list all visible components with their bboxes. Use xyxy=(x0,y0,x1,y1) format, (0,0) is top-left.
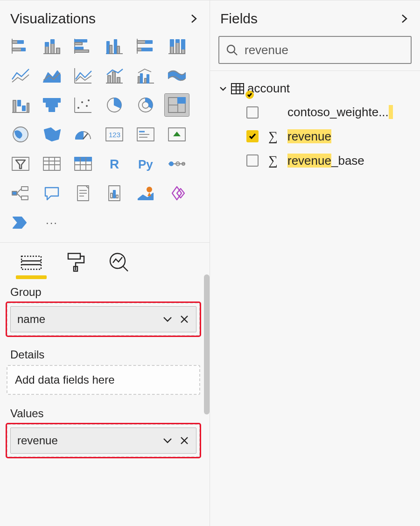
viz-key-influencers-icon[interactable] xyxy=(165,153,189,175)
svg-rect-37 xyxy=(112,72,115,83)
fields-header: Fields xyxy=(210,0,420,35)
viz-map-icon[interactable] xyxy=(8,123,33,146)
svg-rect-82 xyxy=(75,157,91,161)
chevron-down-icon[interactable] xyxy=(162,435,173,446)
viz-card-icon[interactable]: 123 xyxy=(102,123,126,146)
field-chip-label: name xyxy=(17,313,45,326)
field-row-contoso[interactable]: contoso_weighte... xyxy=(218,100,414,124)
tab-analytics[interactable] xyxy=(106,249,132,274)
svg-line-67 xyxy=(83,133,88,139)
svg-rect-65 xyxy=(178,98,185,103)
svg-point-103 xyxy=(147,187,152,192)
viz-line-clustered-column-icon[interactable] xyxy=(133,64,158,87)
scrollbar-thumb[interactable] xyxy=(204,274,210,414)
viz-ribbon-icon[interactable] xyxy=(165,64,189,87)
build-icon xyxy=(20,252,43,272)
close-icon[interactable] xyxy=(179,314,189,324)
svg-point-57 xyxy=(88,99,90,101)
checkbox[interactable] xyxy=(246,154,259,167)
viz-kpi-icon[interactable] xyxy=(165,123,189,146)
viz-filled-map-icon[interactable] xyxy=(40,123,64,146)
checkbox[interactable] xyxy=(246,106,259,119)
viz-area-icon[interactable] xyxy=(40,64,64,87)
viz-line-stacked-column-icon[interactable] xyxy=(102,64,126,87)
viz-pie-icon[interactable] xyxy=(102,94,126,116)
svg-rect-43 xyxy=(147,75,149,83)
svg-rect-29 xyxy=(176,42,179,54)
svg-line-112 xyxy=(234,52,237,55)
field-chip-label: revenue xyxy=(17,434,58,447)
viz-table-icon[interactable] xyxy=(40,153,64,175)
tab-format[interactable] xyxy=(63,249,88,274)
svg-rect-10 xyxy=(56,48,60,54)
tab-fields[interactable] xyxy=(19,249,44,274)
well-label-group: Group xyxy=(10,286,206,299)
chevron-right-icon[interactable] xyxy=(399,14,410,24)
viz-slicer-icon[interactable] xyxy=(8,153,33,175)
field-row-revenue-base[interactable]: ∑ revenue_base xyxy=(218,148,414,173)
viz-stacked-bar-icon[interactable] xyxy=(8,35,33,57)
viz-multirow-card-icon[interactable] xyxy=(133,123,158,146)
field-chip-values[interactable]: revenue xyxy=(10,428,196,454)
field-name: revenue xyxy=(287,129,331,144)
sigma-icon: ∑ xyxy=(267,153,279,168)
search-box[interactable] xyxy=(218,36,412,64)
field-wells: Group name Details Add data fields here … xyxy=(0,274,210,470)
field-chip-group[interactable]: name xyxy=(10,306,196,332)
viz-100-stacked-column-icon[interactable] xyxy=(165,35,189,57)
svg-rect-96 xyxy=(21,196,28,200)
svg-rect-104 xyxy=(21,256,41,269)
well-group[interactable]: name xyxy=(7,302,200,336)
viz-matrix-icon[interactable] xyxy=(71,153,95,175)
fields-tree: account contoso_weighte... ∑ revenue ∑ r… xyxy=(210,70,420,173)
svg-rect-7 xyxy=(45,42,49,46)
viz-funnel-icon[interactable] xyxy=(40,94,64,116)
viz-donut-icon[interactable] xyxy=(133,94,158,116)
viz-100-stacked-bar-icon[interactable] xyxy=(133,35,158,57)
viz-header: Visualizations xyxy=(0,0,210,35)
check-badge-icon xyxy=(245,91,254,99)
viz-clustered-column-icon[interactable] xyxy=(102,35,126,57)
viz-narrative-icon[interactable] xyxy=(71,182,95,204)
viz-line-icon[interactable] xyxy=(8,64,33,87)
close-icon[interactable] xyxy=(179,435,189,446)
sigma-icon: ∑ xyxy=(267,129,279,144)
viz-r-icon[interactable]: R xyxy=(102,153,126,175)
search-input[interactable] xyxy=(245,43,404,57)
well-details[interactable]: Add data fields here xyxy=(7,365,200,395)
viz-paginated-icon[interactable] xyxy=(102,182,126,204)
viz-more-icon[interactable]: ··· xyxy=(40,211,64,234)
viz-automate-icon[interactable] xyxy=(8,211,33,234)
well-values[interactable]: revenue xyxy=(7,424,200,457)
svg-rect-15 xyxy=(75,50,89,52)
viz-stacked-column-icon[interactable] xyxy=(40,35,64,57)
viz-stacked-area-icon[interactable] xyxy=(71,64,95,87)
viz-treemap-icon[interactable] xyxy=(165,94,189,116)
svg-rect-27 xyxy=(170,46,174,54)
svg-rect-20 xyxy=(117,46,119,54)
svg-rect-47 xyxy=(22,106,25,111)
chevron-right-icon[interactable] xyxy=(189,14,199,24)
viz-powerapps-icon[interactable] xyxy=(165,182,189,204)
viz-waterfall-icon[interactable] xyxy=(8,94,33,116)
table-node-account[interactable]: account xyxy=(218,81,414,96)
svg-text:Py: Py xyxy=(138,157,153,171)
svg-rect-102 xyxy=(116,195,118,198)
viz-scatter-icon[interactable] xyxy=(71,94,95,116)
checkbox-checked[interactable] xyxy=(246,130,259,142)
svg-rect-51 xyxy=(49,108,55,112)
viz-decomposition-icon[interactable] xyxy=(8,182,33,204)
svg-point-89 xyxy=(169,162,173,166)
viz-gallery: 123 R Py ··· xyxy=(0,35,210,242)
svg-rect-12 xyxy=(75,40,87,42)
field-row-revenue[interactable]: ∑ revenue xyxy=(218,124,414,148)
chevron-down-icon[interactable] xyxy=(162,314,173,324)
viz-python-icon[interactable]: Py xyxy=(133,153,158,175)
viz-gauge-icon[interactable] xyxy=(71,123,95,146)
viz-arcgis-icon[interactable] xyxy=(133,182,158,204)
viz-qa-icon[interactable] xyxy=(40,182,64,204)
fields-title: Fields xyxy=(220,11,258,27)
viz-clustered-bar-icon[interactable] xyxy=(71,35,95,57)
svg-rect-40 xyxy=(138,77,140,83)
svg-rect-45 xyxy=(13,100,16,112)
